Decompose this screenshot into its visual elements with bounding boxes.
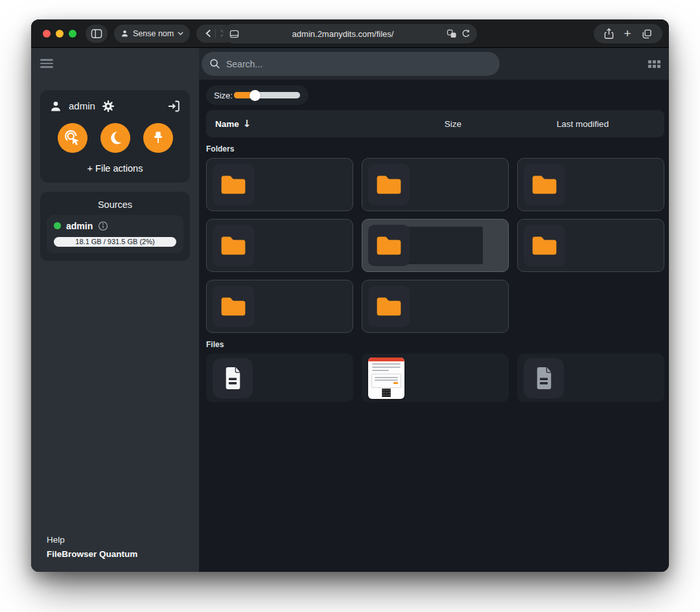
- search-input[interactable]: [225, 58, 492, 70]
- file-preview-thumbnail: [368, 357, 404, 399]
- sidebar-toggle-button[interactable]: [86, 25, 108, 43]
- list-header: Name ↓ Size Last modified: [206, 110, 664, 137]
- profile-menu-button[interactable]: Sense nom: [114, 25, 190, 43]
- size-slider[interactable]: [234, 92, 300, 98]
- folders-grid: [206, 158, 664, 333]
- folder-icon: [368, 225, 410, 266]
- main-panel: Size: Name ↓ Size Last modified Folders: [199, 48, 669, 572]
- folder-tile[interactable]: [362, 280, 509, 333]
- folder-icon: [524, 225, 565, 266]
- folders-section-label: Folders: [206, 144, 664, 153]
- size-column-label[interactable]: Size: [405, 119, 501, 129]
- preview-form-area: [371, 374, 401, 388]
- address-bar[interactable]: admin.2manydits.com/files/: [223, 24, 477, 43]
- translate-icon[interactable]: [447, 29, 457, 38]
- storage-usage-bar: 18.1 GB / 931.5 GB (2%): [54, 237, 176, 247]
- source-status-dot: [54, 222, 61, 229]
- zoom-window-button[interactable]: [69, 30, 76, 38]
- size-slider-thumb[interactable]: [250, 90, 261, 101]
- file-tile[interactable]: [206, 354, 353, 402]
- page-settings-icon: [229, 30, 239, 38]
- new-tab-button[interactable]: +: [624, 27, 631, 40]
- main-header: [199, 48, 669, 80]
- folder-icon: [524, 164, 565, 205]
- browser-window: Sense nom: [31, 19, 669, 572]
- search-bar[interactable]: [202, 52, 500, 76]
- pin-sidebar-button[interactable]: [143, 123, 173, 153]
- user-name: admin: [69, 100, 95, 111]
- sources-card: Sources admin 18.1 GB / 931: [40, 192, 190, 261]
- share-icon[interactable]: [604, 28, 614, 40]
- traffic-lights: [43, 30, 76, 38]
- moon-icon: [108, 130, 123, 146]
- close-window-button[interactable]: [43, 30, 51, 38]
- sidebar: admin: [31, 48, 199, 572]
- folder-tile[interactable]: [362, 158, 509, 211]
- sort-desc-icon: ↓: [243, 118, 251, 130]
- sort-by-name-button[interactable]: Name ↓: [215, 118, 405, 130]
- document-icon: [213, 358, 253, 398]
- size-slider-label: Size:: [214, 91, 233, 100]
- preview-header-bar: [368, 357, 404, 361]
- quick-actions: [49, 123, 181, 153]
- source-item[interactable]: admin 18.1 GB / 931.5 GB (2%): [47, 215, 183, 253]
- folder-tile[interactable]: [206, 158, 353, 211]
- preview-qr-code: [382, 389, 391, 397]
- dark-mode-button[interactable]: [100, 123, 130, 153]
- folder-icon: [213, 225, 254, 266]
- folder-icon: [368, 164, 410, 205]
- browser-toolbar: Sense nom: [31, 19, 669, 48]
- sidebar-footer: Help FileBrowser Quantum: [31, 535, 199, 572]
- file-listing: Size: Name ↓ Size Last modified Folders: [199, 80, 669, 402]
- size-slider-control: Size:: [206, 85, 309, 105]
- brand-label: FileBrowser Quantum: [47, 549, 183, 559]
- settings-gear-icon[interactable]: [102, 100, 115, 113]
- sidebar-toggle-icon: [91, 28, 102, 39]
- folder-icon: [213, 286, 254, 327]
- menu-toggle-button[interactable]: [40, 59, 53, 68]
- help-link[interactable]: Help: [47, 535, 183, 545]
- name-column-label: Name: [215, 119, 239, 129]
- user-icon: [49, 100, 62, 113]
- chevron-down-icon: [178, 31, 183, 36]
- view-mode-grid-icon[interactable]: [648, 60, 660, 68]
- files-grid: [206, 354, 664, 402]
- back-button[interactable]: [205, 29, 211, 38]
- pin-icon: [150, 130, 166, 146]
- folder-icon: [368, 286, 410, 327]
- folder-tile[interactable]: [206, 280, 353, 333]
- file-tile[interactable]: [517, 354, 664, 402]
- info-icon[interactable]: [98, 221, 108, 231]
- folder-tile[interactable]: [206, 219, 353, 272]
- cursor-click-icon: [64, 130, 81, 146]
- last-modified-column-label[interactable]: Last modified: [501, 119, 664, 129]
- source-name: admin: [66, 221, 93, 231]
- user-card: admin: [40, 90, 190, 183]
- logout-icon[interactable]: [167, 99, 181, 113]
- profile-label: Sense nom: [133, 29, 174, 38]
- folder-tile[interactable]: [517, 158, 664, 211]
- folder-tile[interactable]: [517, 219, 664, 272]
- tab-overview-icon[interactable]: [641, 28, 652, 40]
- folder-icon: [213, 164, 254, 205]
- single-click-toggle-button[interactable]: [58, 123, 88, 153]
- files-section-label: Files: [206, 340, 664, 349]
- nav-divider: [215, 29, 216, 38]
- sources-title: Sources: [47, 197, 183, 211]
- search-icon: [209, 58, 220, 69]
- toolbar-actions: +: [594, 24, 662, 43]
- person-icon: [121, 29, 129, 38]
- app-body: admin: [31, 48, 669, 572]
- file-tile[interactable]: [362, 354, 509, 402]
- reload-icon[interactable]: [461, 29, 471, 38]
- folder-tile-highlighted[interactable]: [362, 219, 509, 272]
- minimize-window-button[interactable]: [56, 30, 64, 38]
- document-icon: [524, 358, 564, 398]
- file-actions-button[interactable]: + File actions: [49, 163, 181, 174]
- url-text: admin.2manydits.com/files/: [239, 29, 447, 39]
